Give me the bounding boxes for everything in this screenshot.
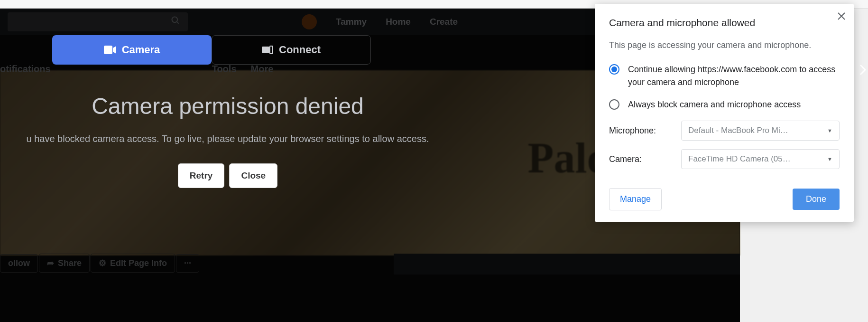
permission-description: This page is accessing your camera and m… <box>609 39 840 52</box>
camera-value: FaceTime HD Camera (05… <box>688 154 791 164</box>
svg-rect-4 <box>270 46 273 54</box>
svg-rect-3 <box>262 47 269 53</box>
radio-selected-icon <box>609 64 619 75</box>
radio-unselected-icon <box>609 99 619 110</box>
tab-connect-label: Connect <box>279 44 321 56</box>
done-button[interactable]: Done <box>793 189 840 210</box>
permission-option-block[interactable]: Always block camera and microphone acces… <box>609 98 840 111</box>
tab-camera[interactable]: Camera <box>52 35 212 65</box>
close-button[interactable]: Close <box>229 163 277 188</box>
microphone-label: Microphone: <box>609 126 672 136</box>
microphone-select[interactable]: Default - MacBook Pro Mi… ▼ <box>681 121 840 141</box>
microphone-value: Default - MacBook Pro Mi… <box>688 126 788 135</box>
connect-icon <box>262 46 273 54</box>
manage-button[interactable]: Manage <box>609 188 662 210</box>
tab-camera-label: Camera <box>122 44 160 56</box>
browser-permission-popup: Camera and microphone allowed This page … <box>595 4 854 222</box>
permission-actions: Manage Done <box>609 188 840 210</box>
permission-title: Camera and microphone allowed <box>609 17 840 28</box>
chevron-down-icon: ▼ <box>827 156 832 162</box>
camera-select[interactable]: FaceTime HD Camera (05… ▼ <box>681 149 840 169</box>
permission-denied-title: Camera permission denied <box>0 93 455 119</box>
permission-option-allow[interactable]: Continue allowing https://www.facebook.c… <box>609 63 840 89</box>
permission-denied-desc: u have blocked camera access. To go live… <box>0 133 455 144</box>
chevron-right-icon[interactable] <box>859 64 866 79</box>
microphone-row: Microphone: Default - MacBook Pro Mi… ▼ <box>609 121 840 141</box>
svg-rect-2 <box>104 46 112 54</box>
chevron-down-icon: ▼ <box>827 128 832 133</box>
allow-option-label: Continue allowing https://www.facebook.c… <box>628 63 840 89</box>
live-tabs: Camera Connect <box>52 35 455 65</box>
camera-row: Camera: FaceTime HD Camera (05… ▼ <box>609 149 840 169</box>
facebook-live-modal: Camera Connect Camera permission denied … <box>0 35 455 188</box>
camera-icon <box>104 46 116 54</box>
retry-button[interactable]: Retry <box>178 163 225 188</box>
close-icon[interactable] <box>838 11 845 22</box>
camera-label: Camera: <box>609 154 672 164</box>
tab-connect[interactable]: Connect <box>212 35 371 65</box>
block-option-label: Always block camera and microphone acces… <box>628 98 801 111</box>
live-modal-body: Camera permission denied u have blocked … <box>0 93 455 188</box>
